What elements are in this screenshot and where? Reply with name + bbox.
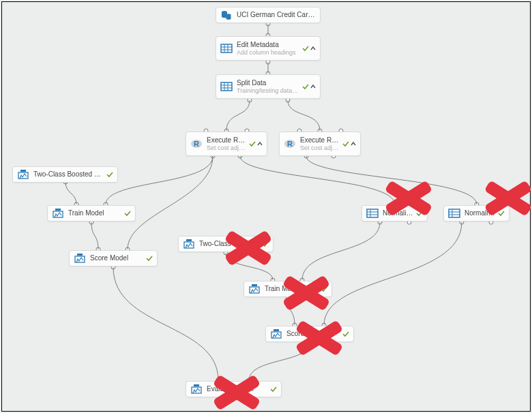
model-icon bbox=[52, 207, 64, 219]
svg-rect-45 bbox=[221, 44, 232, 52]
node-score-model-left[interactable]: Score Model bbox=[69, 250, 158, 266]
check-icon bbox=[302, 45, 309, 52]
node-normalize-right[interactable]: Normalize Da... bbox=[443, 205, 509, 221]
svg-point-44 bbox=[226, 17, 231, 20]
table-icon bbox=[448, 207, 460, 219]
node-title: Train Model bbox=[68, 209, 121, 217]
table-icon bbox=[366, 207, 379, 219]
model-icon bbox=[248, 283, 261, 295]
model-icon bbox=[270, 328, 282, 340]
chevron-up-icon[interactable] bbox=[257, 141, 263, 147]
node-title: Edit Metadata bbox=[237, 41, 299, 49]
check-icon bbox=[249, 140, 256, 147]
table-icon bbox=[220, 42, 233, 55]
node-title: UCI German Credit Card Data bbox=[237, 11, 316, 19]
svg-rect-78 bbox=[274, 329, 279, 331]
node-svm[interactable]: Two-Class Support Vector... bbox=[178, 236, 274, 252]
svg-rect-50 bbox=[221, 82, 232, 91]
r-icon: R bbox=[284, 138, 296, 150]
chevron-up-icon[interactable] bbox=[310, 46, 316, 51]
chevron-up-icon[interactable] bbox=[351, 141, 356, 147]
svg-rect-65 bbox=[367, 209, 378, 217]
node-subtitle: Add column headings bbox=[237, 49, 299, 57]
node-title: Normalize Da... bbox=[464, 209, 495, 217]
dataset-icon bbox=[220, 9, 233, 21]
node-title: Split Data bbox=[237, 79, 299, 87]
node-train-model-left[interactable]: Train Model bbox=[47, 205, 136, 221]
check-icon bbox=[106, 171, 113, 178]
svg-rect-62 bbox=[55, 209, 61, 211]
node-title: Evaluate Model bbox=[207, 385, 267, 393]
node-title: Score Model bbox=[90, 254, 143, 262]
svg-rect-80 bbox=[194, 384, 199, 386]
node-dataset[interactable]: UCI German Credit Card Data bbox=[216, 7, 321, 23]
node-title: Score Model bbox=[286, 330, 340, 338]
check-icon bbox=[498, 210, 505, 217]
svg-rect-74 bbox=[186, 239, 192, 241]
model-icon bbox=[17, 168, 29, 181]
node-title: Execute R Script bbox=[207, 136, 246, 144]
check-icon bbox=[416, 210, 423, 217]
node-execute-r-right[interactable]: R Execute R Script Set cost adjustment bbox=[279, 132, 361, 156]
chevron-up-icon[interactable] bbox=[310, 84, 316, 89]
table-icon bbox=[220, 80, 233, 93]
svg-text:R: R bbox=[287, 140, 293, 148]
r-icon: R bbox=[190, 138, 203, 150]
model-icon bbox=[190, 383, 203, 395]
svg-rect-64 bbox=[77, 254, 83, 256]
model-icon bbox=[183, 238, 195, 250]
svg-rect-69 bbox=[449, 209, 460, 217]
node-title: Two-Class Boosted Decision... bbox=[33, 170, 104, 179]
check-icon bbox=[124, 210, 131, 217]
check-icon bbox=[321, 286, 327, 292]
node-title: Execute R Script bbox=[300, 136, 340, 144]
svg-text:R: R bbox=[194, 140, 199, 148]
check-icon bbox=[146, 255, 153, 262]
node-execute-r-left[interactable]: R Execute R Script Set cost adjustment bbox=[186, 132, 267, 156]
node-split-data[interactable]: Split Data Training/testing data split 5… bbox=[216, 74, 321, 99]
experiment-canvas[interactable]: { "nodes": { "dataset": { "title": "UCI … bbox=[2, 2, 530, 411]
check-icon bbox=[342, 140, 349, 147]
node-subtitle: Set cost adjustment bbox=[300, 144, 340, 152]
check-icon bbox=[302, 83, 309, 90]
node-title: Train Model bbox=[265, 285, 318, 293]
svg-rect-76 bbox=[252, 284, 257, 286]
svg-rect-60 bbox=[20, 170, 26, 172]
check-icon bbox=[270, 386, 277, 393]
node-subtitle: Training/testing data split 50% bbox=[237, 87, 299, 95]
node-evaluate-model[interactable]: Evaluate Model bbox=[186, 381, 282, 397]
model-icon bbox=[74, 252, 86, 264]
node-title: Two-Class Support Vector... bbox=[199, 240, 259, 248]
check-icon bbox=[342, 331, 349, 337]
node-edit-metadata[interactable]: Edit Metadata Add column headings bbox=[216, 36, 321, 61]
node-score-model-right[interactable]: Score Model bbox=[265, 326, 354, 342]
node-boosted-decision-tree[interactable]: Two-Class Boosted Decision... bbox=[12, 166, 118, 183]
node-train-model-right[interactable]: Train Model bbox=[243, 281, 332, 297]
node-subtitle: Set cost adjustment bbox=[207, 144, 246, 152]
check-icon bbox=[262, 241, 269, 247]
node-title: Normalize Da... bbox=[383, 209, 413, 217]
node-normalize-left[interactable]: Normalize Da... bbox=[361, 205, 428, 221]
